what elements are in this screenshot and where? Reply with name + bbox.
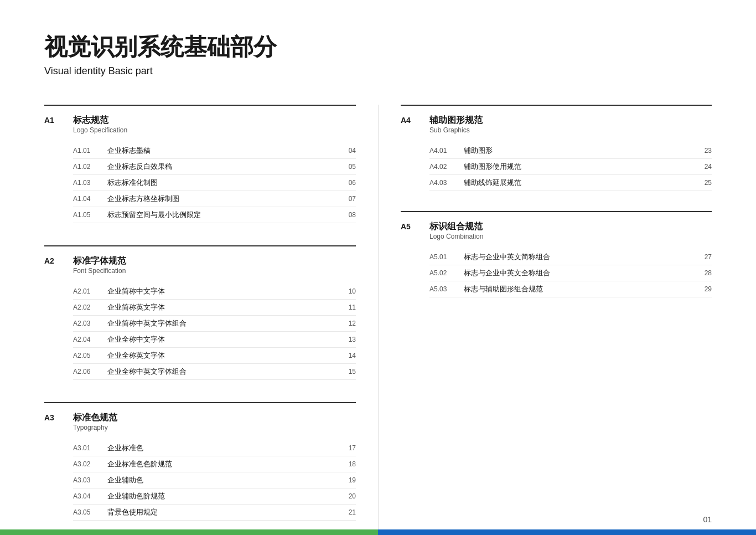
item-code: A1.02 (73, 163, 101, 171)
item-name: 企业全称中英文字体组合 (107, 367, 339, 377)
list-item: A4.01辅助图形23 (429, 143, 712, 159)
main-title: 视觉识别系统基础部分 (44, 33, 712, 61)
item-page: 17 (339, 444, 356, 452)
item-name: 企业标志反白效果稿 (107, 162, 339, 172)
item-page: 24 (695, 163, 712, 171)
items-list: A5.01标志与企业中英文简称组合27A5.02标志与企业中英文全称组合28A5… (429, 249, 712, 297)
section-name-en: Sub Graphics (429, 126, 483, 134)
section-name-en: Typography (73, 424, 117, 431)
item-page: 15 (339, 368, 356, 375)
item-page: 18 (339, 460, 356, 468)
item-code: A1.04 (73, 195, 101, 203)
section-block: A5标识组合规范Logo CombinationA5.01标志与企业中英文简称组… (401, 211, 712, 297)
sub-title: Visual identity Basic part (44, 65, 712, 77)
list-item: A1.05标志预留空间与最小比例限定08 (73, 207, 356, 223)
section-block: A4辅助图形规范Sub GraphicsA4.01辅助图形23A4.02辅助图形… (401, 105, 712, 191)
item-page: 05 (339, 163, 356, 171)
item-code: A1.01 (73, 147, 101, 155)
item-name: 企业简称中文字体 (107, 286, 339, 296)
item-name: 企业标志方格坐标制图 (107, 194, 339, 204)
list-item: A3.03企业辅助色19 (73, 472, 356, 488)
item-code: A3.01 (73, 444, 101, 452)
list-item: A2.03企业简称中英文字体组合12 (73, 316, 356, 332)
section-header: A4辅助图形规范Sub Graphics (401, 105, 712, 134)
item-page: 12 (339, 320, 356, 327)
item-code: A3.04 (73, 492, 101, 500)
item-name: 企业辅助色 (107, 475, 339, 485)
item-name: 标志预留空间与最小比例限定 (107, 210, 339, 220)
list-item: A2.01企业简称中文字体10 (73, 284, 356, 300)
bottom-bar (0, 529, 756, 535)
item-code: A4.02 (429, 163, 457, 171)
section-info: 标准字体规范Font Specification (73, 255, 126, 275)
page-number: 01 (703, 515, 712, 524)
item-page: 21 (339, 508, 356, 516)
item-name: 企业辅助色阶规范 (107, 491, 339, 501)
list-item: A1.02企业标志反白效果稿05 (73, 159, 356, 175)
item-code: A2.04 (73, 336, 101, 343)
list-item: A4.02辅助图形使用规范24 (429, 159, 712, 175)
section-code: A2 (44, 255, 66, 265)
section-block: A2标准字体规范Font SpecificationA2.01企业简称中文字体1… (44, 245, 356, 380)
item-name: 标志与企业中英文全称组合 (464, 268, 695, 278)
item-code: A5.03 (429, 285, 457, 293)
section-name-cn: 标准字体规范 (73, 255, 126, 267)
item-page: 23 (695, 147, 712, 155)
item-name: 企业标准色 (107, 443, 339, 453)
item-name: 企业简称中英文字体组合 (107, 318, 339, 328)
item-page: 14 (339, 352, 356, 359)
list-item: A5.01标志与企业中英文简称组合27 (429, 249, 712, 265)
list-item: A5.02标志与企业中英文全称组合28 (429, 265, 712, 281)
list-item: A2.06企业全称中英文字体组合15 (73, 364, 356, 380)
item-code: A3.03 (73, 476, 101, 484)
item-code: A1.05 (73, 211, 101, 219)
section-block: A1标志规范Logo SpecificationA1.01企业标志墨稿04A1.… (44, 105, 356, 223)
section-header: A5标识组合规范Logo Combination (401, 211, 712, 240)
list-item: A5.03标志与辅助图形组合规范29 (429, 281, 712, 297)
section-info: 辅助图形规范Sub Graphics (429, 115, 483, 134)
item-page: 28 (695, 269, 712, 277)
item-code: A4.03 (429, 179, 457, 187)
list-item: A4.03辅助线饰延展规范25 (429, 175, 712, 191)
section-header: A3标准色规范Typography (44, 402, 356, 431)
list-item: A2.02企业简称英文字体11 (73, 300, 356, 316)
item-code: A2.06 (73, 368, 101, 375)
section-code: A5 (401, 221, 423, 231)
item-page: 10 (339, 287, 356, 295)
item-code: A4.01 (429, 147, 457, 155)
section-name-cn: 标准色规范 (73, 412, 117, 424)
item-name: 标志与辅助图形组合规范 (464, 284, 695, 294)
item-page: 20 (339, 492, 356, 500)
item-page: 08 (339, 211, 356, 219)
section-name-en: Logo Combination (429, 233, 483, 240)
list-item: A1.04企业标志方格坐标制图07 (73, 191, 356, 207)
item-name: 企业全称中文字体 (107, 335, 339, 344)
item-name: 辅助线饰延展规范 (464, 178, 695, 188)
items-list: A4.01辅助图形23A4.02辅助图形使用规范24A4.03辅助线饰延展规范2… (429, 143, 712, 191)
item-name: 企业全称英文字体 (107, 351, 339, 361)
item-page: 13 (339, 336, 356, 343)
list-item: A2.04企业全称中文字体13 (73, 332, 356, 348)
section-info: 标识组合规范Logo Combination (429, 221, 483, 240)
content-grid: A1标志规范Logo SpecificationA1.01企业标志墨稿04A1.… (44, 105, 712, 535)
item-code: A2.05 (73, 352, 101, 359)
bar-green (0, 529, 378, 535)
item-page: 27 (695, 253, 712, 261)
section-name-cn: 标识组合规范 (429, 221, 483, 233)
section-name-en: Logo Specification (73, 126, 127, 134)
list-item: A3.02企业标准色色阶规范18 (73, 456, 356, 472)
item-name: 标志标准化制图 (107, 178, 339, 188)
item-code: A2.03 (73, 320, 101, 327)
list-item: A3.04企业辅助色阶规范20 (73, 488, 356, 505)
items-list: A3.01企业标准色17A3.02企业标准色色阶规范18A3.03企业辅助色19… (73, 440, 356, 521)
item-code: A3.05 (73, 508, 101, 516)
item-code: A2.01 (73, 287, 101, 295)
section-code: A3 (44, 412, 66, 422)
section-block: A3标准色规范TypographyA3.01企业标准色17A3.02企业标准色色… (44, 402, 356, 521)
items-list: A2.01企业简称中文字体10A2.02企业简称英文字体11A2.03企业简称中… (73, 284, 356, 380)
item-name: 背景色使用规定 (107, 507, 339, 517)
list-item: A3.05背景色使用规定21 (73, 505, 356, 521)
item-name: 辅助图形 (464, 146, 695, 156)
section-header: A1标志规范Logo Specification (44, 105, 356, 134)
item-name: 企业标准色色阶规范 (107, 459, 339, 469)
